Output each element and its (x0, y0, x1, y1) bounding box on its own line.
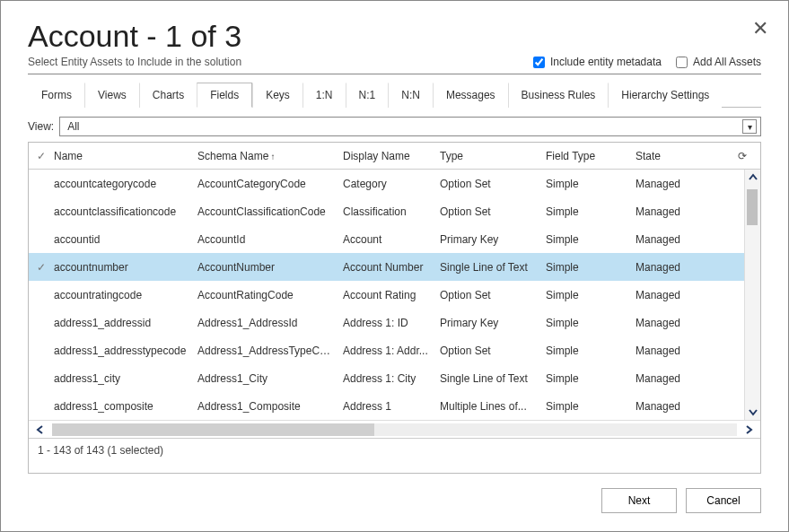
column-field-type[interactable]: Field Type (546, 150, 636, 162)
table-row[interactable]: accountclassificationcodeAccountClassifi… (29, 197, 760, 225)
cell-state: Managed (636, 344, 725, 357)
cell-display: Address 1: Addr... (343, 344, 440, 357)
cell-type: Single Line of Text (440, 261, 546, 274)
table-row[interactable]: accountnumberAccountNumberAccount Number… (29, 253, 760, 281)
hscroll-thumb[interactable] (52, 423, 374, 436)
cell-type: Option Set (440, 205, 546, 218)
cell-type: Primary Key (440, 233, 546, 246)
tab-business-rules[interactable]: Business Rules (508, 83, 609, 108)
cell-field-type: Simple (546, 372, 636, 385)
cell-state: Managed (636, 233, 725, 246)
page-title: Account - 1 of 3 (28, 19, 761, 54)
next-button[interactable]: Next (601, 488, 677, 513)
cell-type: Option Set (440, 289, 546, 301)
cell-state: Managed (636, 261, 725, 274)
grid-header: Name Schema Name↑ Display Name Type Fiel… (29, 143, 760, 170)
cell-state: Managed (636, 317, 725, 329)
tab-forms[interactable]: Forms (28, 83, 84, 108)
include-metadata-checkbox[interactable]: Include entity metadata (533, 56, 662, 68)
tabs: FormsViewsChartsFieldsKeys1:NN:1N:NMessa… (28, 82, 761, 108)
cell-schema: AccountClassificationCode (197, 205, 343, 218)
cell-display: Account Number (343, 261, 440, 274)
include-metadata-input[interactable] (533, 57, 545, 68)
select-all-checkbox[interactable] (29, 150, 54, 162)
cancel-button[interactable]: Cancel (686, 488, 761, 513)
column-type[interactable]: Type (440, 150, 546, 162)
table-row[interactable]: accountidAccountIdAccountPrimary KeySimp… (29, 225, 760, 253)
cell-type: Multiple Lines of... (440, 400, 546, 413)
tab-hierarchy-settings[interactable]: Hierarchy Settings (608, 83, 722, 108)
table-row[interactable]: accountratingcodeAccountRatingCodeAccoun… (29, 281, 760, 309)
cell-name: accountratingcode (54, 289, 197, 301)
cell-name: accountnumber (54, 261, 197, 274)
cell-name: address1_city (54, 372, 197, 385)
cell-display: Classification (343, 205, 440, 218)
table-row[interactable]: address1_compositeAddress1_CompositeAddr… (29, 392, 760, 420)
cell-state: Managed (636, 289, 725, 301)
table-row[interactable]: accountcategorycodeAccountCategoryCodeCa… (29, 170, 760, 197)
add-all-assets-checkbox[interactable]: Add All Assets (676, 56, 761, 68)
scroll-down-icon[interactable] (745, 404, 761, 420)
page-subtitle: Select Entity Assets to Include in the s… (28, 56, 241, 68)
cell-field-type: Simple (546, 289, 636, 301)
cell-type: Single Line of Text (440, 372, 546, 385)
cell-schema: AccountCategoryCode (197, 178, 343, 190)
cell-state: Managed (636, 372, 725, 385)
tab-views[interactable]: Views (84, 83, 139, 108)
cell-field-type: Simple (546, 400, 636, 413)
table-row[interactable]: address1_addresstypecodeAddress1_Address… (29, 336, 760, 364)
cell-type: Option Set (440, 344, 546, 357)
cell-field-type: Simple (546, 233, 636, 246)
cell-schema: Address1_AddressId (197, 317, 343, 329)
column-state[interactable]: State (636, 150, 725, 162)
cell-name: address1_addresstypecode (54, 344, 197, 357)
cell-schema: AccountNumber (197, 261, 343, 274)
cell-type: Primary Key (440, 317, 546, 329)
view-label: View: (28, 120, 54, 133)
horizontal-scrollbar[interactable] (29, 420, 760, 438)
row-checkbox[interactable] (29, 261, 54, 274)
scroll-right-icon[interactable] (737, 425, 760, 434)
cell-field-type: Simple (546, 205, 636, 218)
cell-field-type: Simple (546, 261, 636, 274)
table-row[interactable]: address1_cityAddress1_CityAddress 1: Cit… (29, 364, 760, 392)
tab-1-n[interactable]: 1:N (302, 83, 346, 108)
scrollbar-thumb[interactable] (747, 189, 758, 225)
tab-fields[interactable]: Fields (197, 83, 252, 108)
cell-schema: AccountId (197, 233, 343, 246)
cell-display: Account Rating (343, 289, 440, 301)
column-display-name[interactable]: Display Name (343, 150, 440, 162)
close-icon[interactable]: ✕ (752, 17, 768, 40)
cell-name: address1_composite (54, 400, 197, 413)
cell-display: Category (343, 178, 440, 190)
cell-state: Managed (636, 400, 725, 413)
data-grid: Name Schema Name↑ Display Name Type Fiel… (28, 142, 761, 474)
cell-schema: Address1_AddressTypeCode (197, 344, 343, 357)
table-row[interactable]: address1_addressidAddress1_AddressIdAddr… (29, 309, 760, 336)
cell-name: accountclassificationcode (54, 205, 197, 218)
scroll-left-icon[interactable] (29, 425, 52, 434)
add-all-assets-input[interactable] (676, 57, 688, 68)
tab-messages[interactable]: Messages (433, 83, 508, 108)
view-dropdown[interactable]: All ▾ (59, 117, 761, 136)
vertical-scrollbar[interactable] (744, 170, 760, 420)
cell-field-type: Simple (546, 317, 636, 329)
cell-field-type: Simple (546, 178, 636, 190)
column-schema-name[interactable]: Schema Name↑ (197, 150, 343, 162)
tab-keys[interactable]: Keys (252, 83, 302, 108)
tab-n-1[interactable]: N:1 (346, 83, 389, 108)
cell-display: Address 1: City (343, 372, 440, 385)
status-bar: 1 - 143 of 143 (1 selected) (29, 438, 760, 461)
add-all-assets-label: Add All Assets (693, 56, 761, 68)
cell-name: address1_addressid (54, 317, 197, 329)
cell-display: Address 1 (343, 400, 440, 413)
chevron-down-icon[interactable]: ▾ (742, 119, 757, 134)
refresh-icon[interactable]: ⟳ (732, 150, 753, 162)
cell-state: Managed (636, 178, 725, 190)
include-metadata-label: Include entity metadata (550, 56, 662, 68)
scroll-up-icon[interactable] (745, 170, 761, 186)
tab-n-n[interactable]: N:N (388, 83, 433, 108)
cell-schema: AccountRatingCode (197, 289, 343, 301)
tab-charts[interactable]: Charts (139, 83, 197, 108)
column-name[interactable]: Name (54, 150, 197, 162)
